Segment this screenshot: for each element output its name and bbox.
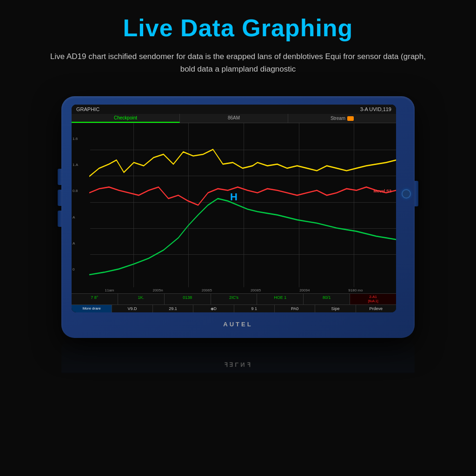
- btn-80[interactable]: 80/1: [304, 294, 350, 305]
- header-section: Live Data Graphing Live AD19 chart ischi…: [0, 0, 476, 82]
- y-label-2: 1.A: [73, 163, 78, 167]
- y-label-6: 0: [73, 267, 74, 271]
- btn-more-drare[interactable]: More drare: [72, 305, 112, 312]
- chart-area: 1.6 1.A 0.8 A A 0: [72, 123, 396, 287]
- y-label-1: 1.6: [73, 137, 78, 141]
- screen: GRAPHIC 3-A UVID,119 Checkpoint 86AM Str…: [72, 105, 396, 312]
- side-btn-right-1[interactable]: [415, 181, 418, 206]
- screen-bezel: GRAPHIC 3-A UVID,119 Checkpoint 86AM Str…: [72, 105, 396, 312]
- btn-91[interactable]: 9 1: [234, 305, 275, 312]
- btn-291[interactable]: 29.1: [153, 305, 193, 312]
- side-btn-1[interactable]: [58, 169, 61, 185]
- btn-0138[interactable]: 0138: [165, 294, 211, 305]
- screen-topbar: GRAPHIC 3-A UVID,119: [72, 105, 396, 114]
- y-label-4: A: [73, 215, 75, 219]
- x-label-5: 20094: [299, 288, 310, 292]
- device-reflection: ℲƎLNℲ: [61, 336, 415, 373]
- nav-tab-checkpoint[interactable]: Checkpoint: [72, 114, 180, 123]
- y-label-3: 0.8: [73, 189, 78, 193]
- power-button[interactable]: [402, 189, 411, 198]
- btn-prdeve[interactable]: Prdeve: [356, 305, 396, 312]
- green-line: [89, 198, 396, 275]
- screen-navtabs: Checkpoint 86AM Stream: [72, 114, 396, 123]
- btn-pa0[interactable]: PA0: [275, 305, 315, 312]
- h-marker: H: [230, 191, 238, 203]
- btn-78[interactable]: 7 8°: [72, 294, 118, 305]
- yellow-line: [89, 150, 396, 177]
- device-container: GRAPHIC 3-A UVID,119 Checkpoint 86AM Str…: [61, 96, 415, 338]
- x-label-4: 20085: [251, 288, 261, 292]
- btn-row-1: 7 8° 1K. 0138 2IC's HOE 1 80/1 2-A1[6uA.…: [72, 293, 396, 305]
- chart-svg: [89, 123, 396, 287]
- red-line: [89, 187, 396, 205]
- btn-diamond[interactable]: ◈D: [193, 305, 234, 312]
- btn-hoe1[interactable]: HOE 1: [257, 294, 304, 305]
- x-label-6: 9180 mo: [348, 288, 363, 292]
- side-buttons-right: [415, 181, 418, 206]
- x-label-3: 20065: [202, 288, 212, 292]
- btn-2a1[interactable]: 2-A1[6uA.1]: [350, 294, 396, 305]
- screen-id-label: 3-A UVID,119: [360, 106, 391, 112]
- subtitle-text: Live AD19 chart ischified sendomer for d…: [47, 50, 429, 75]
- btn-1k[interactable]: 1K.: [118, 294, 165, 305]
- x-label-1: 11am: [105, 288, 114, 292]
- btn-sipe[interactable]: Sipe: [315, 305, 356, 312]
- chart-legend: Meval S2: [373, 189, 391, 193]
- nav-tab-stream[interactable]: Stream: [288, 114, 396, 123]
- nav-tab-86am[interactable]: 86AM: [180, 114, 288, 123]
- side-buttons-left: [58, 169, 61, 227]
- y-label-5: A: [73, 241, 75, 245]
- x-axis: 11am 2005n 20065 20085 20094 9180 mo: [72, 287, 396, 293]
- brand-label: AUTEL: [223, 321, 252, 328]
- device-body: GRAPHIC 3-A UVID,119 Checkpoint 86AM Str…: [61, 96, 415, 338]
- reflection-text: ℲƎLNℲ: [224, 361, 251, 368]
- x-label-2: 2005n: [152, 288, 163, 292]
- btn-row-2: More drare V9.D 29.1 ◈D 9 1 PA0 Sipe Prd…: [72, 304, 396, 312]
- page-title: Live Data Graphing: [28, 14, 448, 42]
- side-btn-3[interactable]: [58, 211, 61, 227]
- btn-2ics[interactable]: 2IC's: [211, 294, 258, 305]
- side-btn-2[interactable]: [58, 190, 61, 206]
- btn-v9d[interactable]: V9.D: [112, 305, 152, 312]
- screen-mode-label: GRAPHIC: [76, 106, 99, 112]
